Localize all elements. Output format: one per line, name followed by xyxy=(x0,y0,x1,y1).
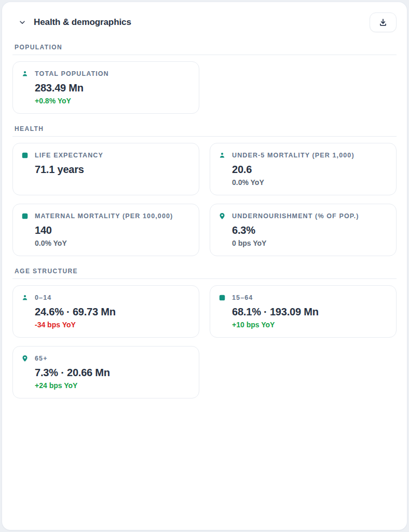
metric-label: MATERNAL MORTALITY (PER 100,000) xyxy=(35,212,173,220)
metric-card-age-65-plus: 65+ 7.3% · 20.66 Mn +24 bps YoY xyxy=(12,346,199,398)
section-collapse-toggle[interactable]: Health & demographics xyxy=(12,17,131,28)
metric-delta: 0.0% YoY xyxy=(232,178,388,187)
metric-value: 20.6 xyxy=(232,164,388,176)
metric-label: TOTAL POPULATION xyxy=(35,70,109,77)
metric-value: 71.1 years xyxy=(35,164,190,176)
person-icon xyxy=(219,152,226,159)
section-label: AGE STRUCTURE xyxy=(12,268,397,275)
metric-delta: -34 bps YoY xyxy=(35,321,190,329)
metric-card-age-15-64: 15–64 68.1% · 193.09 Mn +10 bps YoY xyxy=(210,285,397,338)
section-divider xyxy=(12,278,397,279)
section-age-structure: AGE STRUCTURE 0–14 24.6% · 69.73 Mn -34 … xyxy=(12,268,397,398)
metric-card-maternal-mortality: MATERNAL MORTALITY (PER 100,000) 140 0.0… xyxy=(12,204,199,256)
metric-value: 68.1% · 193.09 Mn xyxy=(232,306,388,318)
metric-value: 24.6% · 69.73 Mn xyxy=(35,306,190,318)
section-divider xyxy=(12,55,397,55)
map-pin-icon xyxy=(21,355,29,362)
metric-delta: 0 bps YoY xyxy=(232,239,388,247)
metric-card-total-population: TOTAL POPULATION 283.49 Mn +0.8% YoY xyxy=(12,61,199,114)
metric-label: UNDER-5 MORTALITY (PER 1,000) xyxy=(232,152,355,159)
metric-value: 7.3% · 20.66 Mn xyxy=(35,367,190,379)
download-button[interactable] xyxy=(370,12,397,32)
panel-title: Health & demographics xyxy=(34,17,131,28)
metric-label: 0–14 xyxy=(35,294,51,301)
metric-delta: +10 bps YoY xyxy=(232,321,388,329)
metric-card-under5-mortality: UNDER-5 MORTALITY (PER 1,000) 20.6 0.0% … xyxy=(210,143,397,195)
square-icon xyxy=(21,152,29,159)
square-icon xyxy=(21,212,29,220)
section-divider xyxy=(12,136,397,137)
section-health: HEALTH LIFE EXPECTANCY 71.1 years U xyxy=(12,125,397,256)
section-population: POPULATION TOTAL POPULATION 283.49 Mn +0… xyxy=(12,44,397,114)
metric-value: 140 xyxy=(35,224,190,236)
metric-delta: +0.8% YoY xyxy=(35,97,190,105)
metric-label: UNDERNOURISHMENT (% OF POP.) xyxy=(232,212,359,220)
metric-card-life-expectancy: LIFE EXPECTANCY 71.1 years xyxy=(12,143,199,195)
metric-label: 65+ xyxy=(35,355,48,362)
section-label: POPULATION xyxy=(12,44,397,51)
person-icon xyxy=(21,294,29,301)
metric-delta: 0.0% YoY xyxy=(35,239,190,247)
metric-label: 15–64 xyxy=(232,294,253,301)
metric-value: 283.49 Mn xyxy=(35,82,190,94)
metric-label: LIFE EXPECTANCY xyxy=(35,152,103,159)
health-demographics-panel: Health & demographics POPULATION TOTAL P… xyxy=(2,2,407,530)
metric-card-undernourishment: UNDERNOURISHMENT (% OF POP.) 6.3% 0 bps … xyxy=(210,204,397,256)
metric-delta: +24 bps YoY xyxy=(35,381,190,390)
metric-value: 6.3% xyxy=(232,224,388,236)
square-icon xyxy=(219,294,226,301)
metric-card-age-0-14: 0–14 24.6% · 69.73 Mn -34 bps YoY xyxy=(12,285,199,338)
panel-header: Health & demographics xyxy=(12,12,397,32)
chevron-down-icon xyxy=(19,19,26,26)
person-icon xyxy=(21,70,29,77)
map-pin-icon xyxy=(219,212,226,220)
download-icon xyxy=(378,18,388,27)
section-label: HEALTH xyxy=(12,125,397,132)
